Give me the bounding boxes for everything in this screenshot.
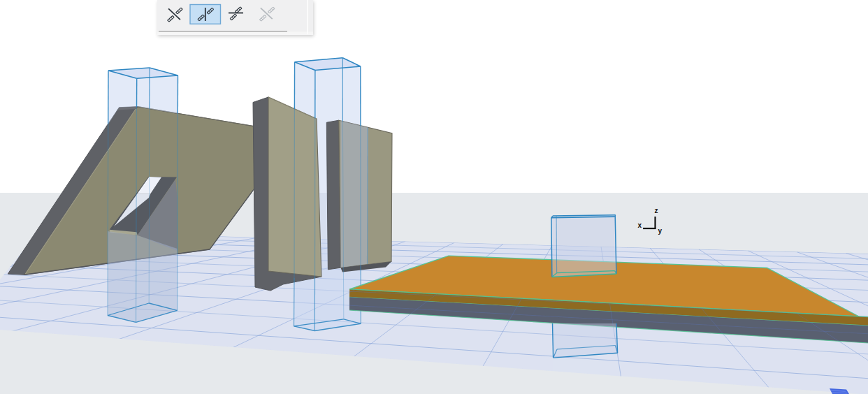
- svg-text:y: y: [658, 227, 663, 235]
- svg-text:z: z: [655, 207, 658, 214]
- svg-text:x: x: [637, 221, 642, 229]
